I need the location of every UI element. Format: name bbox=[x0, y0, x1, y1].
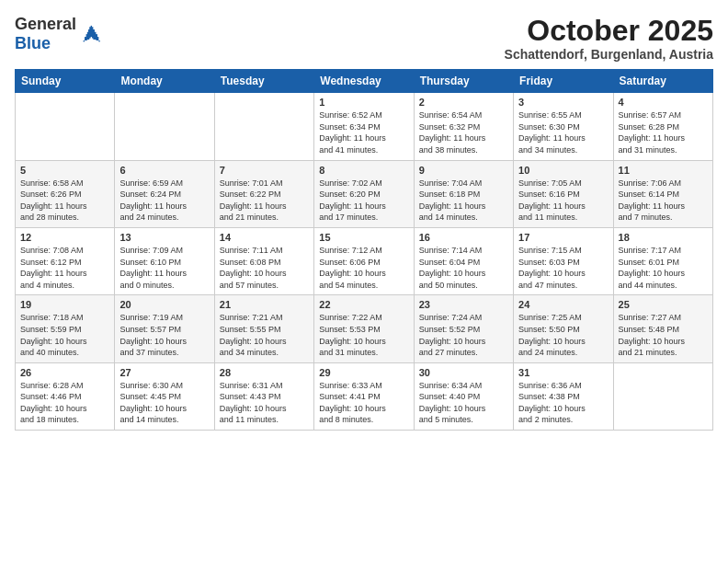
day-info: Sunrise: 7:06 AM Sunset: 6:14 PM Dayligh… bbox=[619, 178, 708, 224]
day-info: Sunrise: 6:55 AM Sunset: 6:30 PM Dayligh… bbox=[518, 109, 608, 155]
day-info: Sunrise: 7:05 AM Sunset: 6:16 PM Dayligh… bbox=[518, 178, 608, 224]
calendar-cell bbox=[16, 93, 115, 160]
day-number: 29 bbox=[319, 367, 408, 378]
calendar-cell bbox=[115, 93, 214, 160]
day-info: Sunrise: 7:09 AM Sunset: 6:10 PM Dayligh… bbox=[119, 245, 209, 291]
calendar-cell bbox=[214, 93, 313, 160]
calendar-cell: 15Sunrise: 7:12 AM Sunset: 6:06 PM Dayli… bbox=[314, 227, 414, 294]
weekday-header-wednesday: Wednesday bbox=[314, 70, 414, 93]
month-title: October 2025 bbox=[505, 15, 713, 47]
day-info: Sunrise: 6:59 AM Sunset: 6:24 PM Dayligh… bbox=[119, 178, 209, 224]
logo: General Blue ⮝ bbox=[15, 15, 102, 53]
day-number: 20 bbox=[119, 299, 209, 310]
day-info: Sunrise: 6:58 AM Sunset: 6:26 PM Dayligh… bbox=[20, 178, 109, 224]
day-number: 9 bbox=[419, 165, 508, 176]
calendar-cell: 31Sunrise: 6:36 AM Sunset: 4:38 PM Dayli… bbox=[514, 362, 613, 430]
page-header: General Blue ⮝ October 2025 Schattendorf… bbox=[15, 15, 713, 62]
calendar-cell: 10Sunrise: 7:05 AM Sunset: 6:16 PM Dayli… bbox=[514, 160, 613, 227]
calendar-cell: 16Sunrise: 7:14 AM Sunset: 6:04 PM Dayli… bbox=[414, 227, 513, 294]
day-number: 25 bbox=[619, 299, 708, 310]
day-info: Sunrise: 6:52 AM Sunset: 6:34 PM Dayligh… bbox=[319, 109, 408, 155]
week-row-4: 19Sunrise: 7:18 AM Sunset: 5:59 PM Dayli… bbox=[16, 295, 713, 362]
calendar-cell: 6Sunrise: 6:59 AM Sunset: 6:24 PM Daylig… bbox=[115, 160, 214, 227]
day-info: Sunrise: 6:57 AM Sunset: 6:28 PM Dayligh… bbox=[619, 109, 708, 155]
calendar-cell: 19Sunrise: 7:18 AM Sunset: 5:59 PM Dayli… bbox=[16, 295, 115, 362]
calendar-cell: 4Sunrise: 6:57 AM Sunset: 6:28 PM Daylig… bbox=[613, 93, 712, 160]
weekday-header-saturday: Saturday bbox=[613, 70, 712, 93]
calendar-cell: 20Sunrise: 7:19 AM Sunset: 5:57 PM Dayli… bbox=[115, 295, 214, 362]
calendar-cell: 25Sunrise: 7:27 AM Sunset: 5:48 PM Dayli… bbox=[613, 295, 712, 362]
day-info: Sunrise: 7:08 AM Sunset: 6:12 PM Dayligh… bbox=[20, 245, 109, 291]
day-number: 8 bbox=[319, 165, 408, 176]
day-info: Sunrise: 7:22 AM Sunset: 5:53 PM Dayligh… bbox=[319, 312, 408, 358]
day-info: Sunrise: 7:15 AM Sunset: 6:03 PM Dayligh… bbox=[518, 245, 608, 291]
day-info: Sunrise: 7:01 AM Sunset: 6:22 PM Dayligh… bbox=[220, 178, 309, 224]
day-info: Sunrise: 7:14 AM Sunset: 6:04 PM Dayligh… bbox=[419, 245, 508, 291]
day-info: Sunrise: 6:33 AM Sunset: 4:41 PM Dayligh… bbox=[319, 380, 408, 426]
day-number: 16 bbox=[419, 232, 508, 243]
day-info: Sunrise: 7:12 AM Sunset: 6:06 PM Dayligh… bbox=[319, 245, 408, 291]
day-number: 21 bbox=[220, 299, 309, 310]
calendar-cell: 11Sunrise: 7:06 AM Sunset: 6:14 PM Dayli… bbox=[613, 160, 712, 227]
day-info: Sunrise: 6:34 AM Sunset: 4:40 PM Dayligh… bbox=[419, 380, 508, 426]
calendar-cell: 8Sunrise: 7:02 AM Sunset: 6:20 PM Daylig… bbox=[314, 160, 414, 227]
weekday-header-tuesday: Tuesday bbox=[214, 70, 313, 93]
calendar-cell: 18Sunrise: 7:17 AM Sunset: 6:01 PM Dayli… bbox=[613, 227, 712, 294]
calendar-cell: 7Sunrise: 7:01 AM Sunset: 6:22 PM Daylig… bbox=[214, 160, 313, 227]
week-row-5: 26Sunrise: 6:28 AM Sunset: 4:46 PM Dayli… bbox=[16, 362, 713, 430]
day-info: Sunrise: 7:18 AM Sunset: 5:59 PM Dayligh… bbox=[20, 312, 109, 358]
day-number: 5 bbox=[20, 165, 109, 176]
calendar-cell: 21Sunrise: 7:21 AM Sunset: 5:55 PM Dayli… bbox=[214, 295, 313, 362]
calendar-cell: 30Sunrise: 6:34 AM Sunset: 4:40 PM Dayli… bbox=[414, 362, 513, 430]
calendar-cell: 26Sunrise: 6:28 AM Sunset: 4:46 PM Dayli… bbox=[16, 362, 115, 430]
day-number: 22 bbox=[319, 299, 408, 310]
day-info: Sunrise: 7:27 AM Sunset: 5:48 PM Dayligh… bbox=[619, 312, 708, 358]
week-row-1: 1Sunrise: 6:52 AM Sunset: 6:34 PM Daylig… bbox=[16, 93, 713, 160]
calendar-cell: 2Sunrise: 6:54 AM Sunset: 6:32 PM Daylig… bbox=[414, 93, 513, 160]
calendar-cell: 27Sunrise: 6:30 AM Sunset: 4:45 PM Dayli… bbox=[115, 362, 214, 430]
day-number: 1 bbox=[319, 97, 408, 108]
day-number: 19 bbox=[20, 299, 109, 310]
day-info: Sunrise: 6:30 AM Sunset: 4:45 PM Dayligh… bbox=[119, 380, 209, 426]
title-area: October 2025 Schattendorf, Burgenland, A… bbox=[505, 15, 713, 62]
calendar-cell: 29Sunrise: 6:33 AM Sunset: 4:41 PM Dayli… bbox=[314, 362, 414, 430]
weekday-header-monday: Monday bbox=[115, 70, 214, 93]
calendar-cell: 9Sunrise: 7:04 AM Sunset: 6:18 PM Daylig… bbox=[414, 160, 513, 227]
logo-bird-icon: ⮝ bbox=[82, 22, 102, 46]
day-number: 4 bbox=[619, 97, 708, 108]
day-number: 18 bbox=[619, 232, 708, 243]
day-number: 3 bbox=[518, 97, 608, 108]
day-number: 28 bbox=[220, 367, 309, 378]
calendar-cell: 24Sunrise: 7:25 AM Sunset: 5:50 PM Dayli… bbox=[514, 295, 613, 362]
day-info: Sunrise: 6:54 AM Sunset: 6:32 PM Dayligh… bbox=[419, 109, 508, 155]
day-number: 13 bbox=[119, 232, 209, 243]
day-number: 10 bbox=[518, 165, 608, 176]
calendar-cell: 23Sunrise: 7:24 AM Sunset: 5:52 PM Dayli… bbox=[414, 295, 513, 362]
calendar-cell: 22Sunrise: 7:22 AM Sunset: 5:53 PM Dayli… bbox=[314, 295, 414, 362]
day-info: Sunrise: 6:36 AM Sunset: 4:38 PM Dayligh… bbox=[518, 380, 608, 426]
calendar-cell: 28Sunrise: 6:31 AM Sunset: 4:43 PM Dayli… bbox=[214, 362, 313, 430]
logo-general: General bbox=[15, 15, 76, 33]
day-info: Sunrise: 7:21 AM Sunset: 5:55 PM Dayligh… bbox=[220, 312, 309, 358]
day-number: 30 bbox=[419, 367, 508, 378]
calendar-cell: 5Sunrise: 6:58 AM Sunset: 6:26 PM Daylig… bbox=[16, 160, 115, 227]
calendar-cell: 14Sunrise: 7:11 AM Sunset: 6:08 PM Dayli… bbox=[214, 227, 313, 294]
location-title: Schattendorf, Burgenland, Austria bbox=[505, 47, 713, 62]
day-number: 27 bbox=[119, 367, 209, 378]
calendar-cell: 13Sunrise: 7:09 AM Sunset: 6:10 PM Dayli… bbox=[115, 227, 214, 294]
day-info: Sunrise: 7:17 AM Sunset: 6:01 PM Dayligh… bbox=[619, 245, 708, 291]
weekday-header-sunday: Sunday bbox=[16, 70, 115, 93]
logo-blue: Blue bbox=[15, 34, 51, 52]
calendar-cell bbox=[613, 362, 712, 430]
day-info: Sunrise: 6:31 AM Sunset: 4:43 PM Dayligh… bbox=[220, 380, 309, 426]
day-number: 23 bbox=[419, 299, 508, 310]
day-info: Sunrise: 7:19 AM Sunset: 5:57 PM Dayligh… bbox=[119, 312, 209, 358]
day-number: 12 bbox=[20, 232, 109, 243]
day-info: Sunrise: 7:25 AM Sunset: 5:50 PM Dayligh… bbox=[518, 312, 608, 358]
day-number: 17 bbox=[518, 232, 608, 243]
weekday-header-row: SundayMondayTuesdayWednesdayThursdayFrid… bbox=[16, 70, 713, 93]
day-info: Sunrise: 7:02 AM Sunset: 6:20 PM Dayligh… bbox=[319, 178, 408, 224]
calendar-table: SundayMondayTuesdayWednesdayThursdayFrid… bbox=[15, 69, 713, 431]
day-number: 24 bbox=[518, 299, 608, 310]
day-number: 7 bbox=[220, 165, 309, 176]
